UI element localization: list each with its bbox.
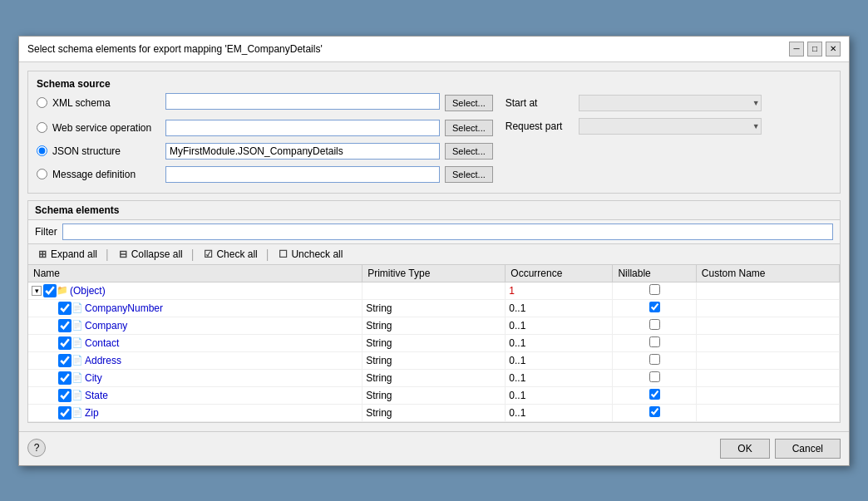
row-checkbox[interactable] (58, 389, 72, 402)
row-checkbox[interactable] (58, 406, 72, 420)
primitive-type-cell: String (362, 351, 506, 369)
row-checkbox[interactable] (58, 371, 72, 385)
web-service-input[interactable] (165, 120, 440, 136)
filter-row: Filter (28, 220, 840, 244)
xml-schema-select-btn[interactable]: Select... (445, 95, 493, 111)
node-name: City (85, 372, 102, 384)
nillable-checkbox[interactable] (649, 319, 660, 330)
filter-input[interactable] (62, 223, 833, 240)
col-custom-name[interactable]: Custom Name (696, 265, 839, 282)
row-checkbox[interactable] (58, 354, 72, 367)
table-row: 📄AddressString0..1 (28, 351, 840, 369)
xml-schema-label[interactable]: XML schema (52, 97, 160, 109)
primitive-type-cell: String (362, 334, 506, 351)
message-definition-label[interactable]: Message definition (52, 169, 160, 180)
row-checkbox[interactable] (43, 284, 57, 297)
uncheck-all-button[interactable]: ☐ Uncheck all (275, 248, 344, 261)
file-icon: 📄 (72, 337, 83, 348)
table-row: ▾📁(Object)1 (28, 282, 840, 299)
xml-schema-radio[interactable] (37, 97, 47, 108)
nillable-checkbox[interactable] (649, 371, 660, 382)
expand-all-button[interactable]: ⊞ Expand all (35, 248, 99, 261)
custom-name-cell (696, 369, 839, 386)
start-at-wrapper: ▼ (579, 95, 762, 111)
message-definition-radio[interactable] (37, 169, 47, 179)
name-cell: ▾📁(Object) (28, 282, 362, 299)
primitive-type-cell: String (362, 404, 506, 421)
expand-toggle[interactable]: ▾ (32, 286, 42, 296)
web-service-row: Web service operation Select... (37, 120, 493, 136)
start-at-label: Start at (506, 97, 572, 109)
close-button[interactable]: ✕ (826, 42, 841, 56)
col-occurrence[interactable]: Occurrence (506, 265, 613, 282)
occurrence-cell: 0..1 (506, 317, 613, 334)
minimize-button[interactable]: ─ (789, 42, 804, 56)
file-icon: 📄 (72, 355, 83, 366)
col-primitive-type[interactable]: Primitive Type (362, 265, 506, 282)
custom-name-cell (696, 282, 839, 299)
web-service-select-btn[interactable]: Select... (445, 120, 493, 136)
name-cell: 📄Address (28, 351, 362, 369)
schema-source-options: XML schema Select... Web service operati… (37, 93, 493, 186)
name-cell: 📄CompanyNumber (28, 299, 362, 317)
check-all-button[interactable]: ☑ Check all (200, 248, 259, 261)
message-definition-input[interactable] (165, 166, 440, 183)
json-structure-select-btn[interactable]: Select... (445, 143, 493, 160)
name-cell: 📄Company (28, 317, 362, 334)
xml-schema-input[interactable] (165, 93, 440, 110)
json-structure-label[interactable]: JSON structure (52, 145, 160, 157)
name-cell: 📄Contact (28, 334, 362, 351)
col-name[interactable]: Name (28, 265, 362, 282)
uncheck-all-icon: ☐ (277, 248, 289, 260)
nillable-checkbox[interactable] (649, 302, 660, 312)
expand-all-icon: ⊞ (37, 248, 48, 260)
maximize-button[interactable]: □ (807, 42, 822, 56)
name-cell: 📄City (28, 369, 362, 386)
nillable-checkbox[interactable] (649, 284, 660, 295)
node-name: Address (85, 355, 121, 366)
nillable-cell (613, 404, 696, 421)
start-at-select[interactable] (579, 95, 762, 111)
occurrence-cell: 0..1 (506, 299, 613, 317)
occurrence-cell: 0..1 (506, 386, 613, 404)
web-service-radio[interactable] (37, 122, 47, 133)
name-cell: 📄Zip (28, 404, 362, 421)
help-button[interactable]: ? (27, 439, 46, 457)
json-structure-row: JSON structure Select... (37, 143, 493, 160)
nillable-checkbox[interactable] (649, 389, 660, 400)
nillable-cell (613, 386, 696, 404)
file-icon: 📄 (72, 407, 83, 418)
dialog-title: Select schema elements for export mappin… (27, 43, 323, 55)
dialog-body: Schema source XML schema Select... (19, 62, 849, 431)
cancel-button[interactable]: Cancel (775, 439, 841, 459)
table-row: 📄CompanyNumberString0..1 (28, 299, 840, 317)
primitive-type-cell: String (362, 299, 506, 317)
occurrence-cell: 1 (506, 282, 613, 299)
collapse-all-button[interactable]: ⊟ Collapse all (116, 248, 185, 261)
table-row: 📄CityString0..1 (28, 369, 840, 386)
json-structure-radio[interactable] (37, 145, 47, 156)
nillable-cell (613, 369, 696, 386)
nillable-checkbox[interactable] (649, 406, 660, 417)
web-service-label[interactable]: Web service operation (52, 122, 160, 134)
start-at-row: Start at ▼ (506, 93, 762, 113)
primitive-type-cell: String (362, 369, 506, 386)
nillable-checkbox[interactable] (649, 336, 660, 347)
tree-area[interactable]: Name Primitive Type Occurrence Nillable … (28, 265, 840, 422)
ok-button[interactable]: OK (720, 439, 769, 459)
nillable-checkbox[interactable] (649, 354, 660, 365)
row-checkbox[interactable] (58, 302, 72, 315)
occurrence-cell: 0..1 (506, 334, 613, 351)
row-checkbox[interactable] (58, 336, 72, 350)
request-part-wrapper: ▼ (579, 118, 762, 135)
message-definition-select-btn[interactable]: Select... (445, 166, 493, 183)
json-structure-input[interactable] (165, 143, 440, 160)
table-row: 📄ContactString0..1 (28, 334, 840, 351)
row-checkbox[interactable] (58, 319, 72, 332)
col-nillable[interactable]: Nillable (613, 265, 696, 282)
request-part-select[interactable] (579, 118, 762, 135)
occurrence-cell: 0..1 (506, 369, 613, 386)
check-all-label: Check all (216, 248, 257, 260)
custom-name-cell (696, 386, 839, 404)
schema-source-label: Schema source (37, 78, 831, 90)
